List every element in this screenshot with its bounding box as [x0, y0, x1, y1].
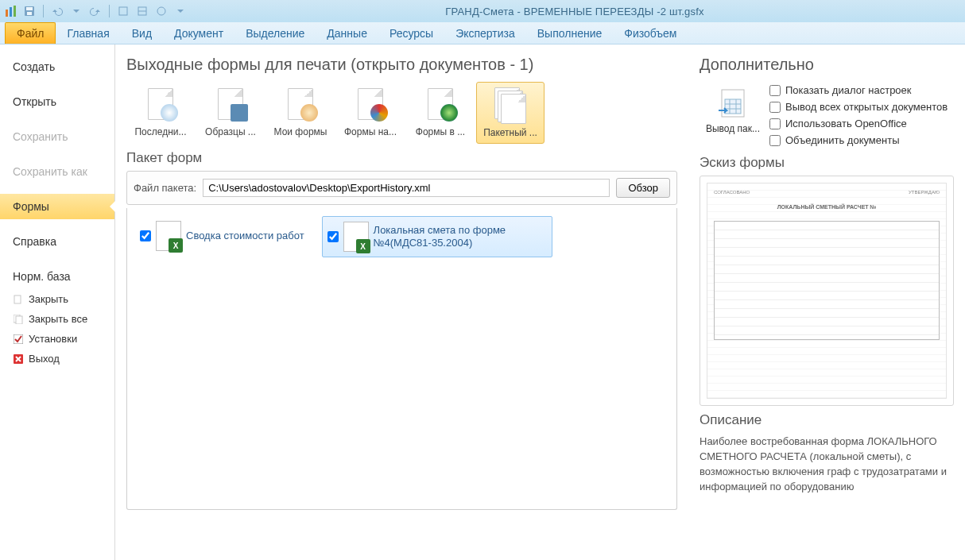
btn-forms-in[interactable]: Формы в ... [406, 82, 475, 144]
pack-file-label: Файл пакета: [134, 182, 196, 194]
opt-merge[interactable]: Объединить документы [769, 132, 954, 149]
exit-icon [13, 353, 24, 365]
desc-heading: Описание [700, 412, 954, 428]
svg-rect-0 [6, 10, 8, 17]
pack-file-row: Файл пакета: Обзор [126, 171, 677, 205]
sidebar-close: Закрыть [0, 289, 114, 309]
backstage-sidebar: Создать Открыть Сохранить Сохранить как … [0, 44, 115, 560]
app-logo-icon [3, 3, 19, 19]
browse-button[interactable]: Обзор [616, 178, 670, 198]
qat-item-b-icon[interactable] [135, 4, 149, 18]
tab-expertise[interactable]: Экспертиза [444, 22, 526, 44]
excel-doc-icon: X [156, 221, 181, 251]
qat-dropdown-icon[interactable] [69, 4, 83, 18]
svg-point-9 [157, 7, 165, 15]
tab-data[interactable]: Данные [316, 22, 378, 44]
side-heading: Дополнительно [700, 56, 954, 74]
svg-rect-6 [119, 7, 127, 15]
btn-forms-on[interactable]: Формы на... [336, 82, 405, 144]
qat-redo-icon[interactable] [88, 4, 103, 18]
sidebar-help[interactable]: Справка [0, 229, 114, 254]
tab-home[interactable]: Главная [56, 22, 120, 44]
svg-rect-2 [14, 6, 16, 17]
desc-text: Наиболее востребованная форма ЛОКАЛЬНОГО… [700, 434, 954, 494]
clock-icon [161, 104, 178, 122]
sidebar-normbase[interactable]: Норм. база [0, 264, 114, 289]
export-batch-button[interactable]: Вывод пак... [700, 82, 766, 149]
form-item-summary[interactable]: X Сводка стоимости работ [135, 216, 309, 256]
ribbon-tabs: Файл Главная Вид Документ Выделение Данн… [0, 22, 965, 44]
opt-openoffice[interactable]: Использовать OpenOffice [769, 115, 954, 132]
pack-heading: Пакет форм [126, 150, 677, 166]
checkbox-icon [13, 334, 24, 345]
excel-doc-icon: X [343, 222, 369, 252]
sidebar-save-as: Сохранить как [0, 159, 114, 184]
sidebar-forms[interactable]: Формы [0, 194, 114, 219]
tab-document[interactable]: Документ [163, 22, 234, 44]
tab-selection[interactable]: Выделение [234, 22, 316, 44]
btn-my-forms[interactable]: Мои формы [266, 82, 335, 144]
btn-batch-forms[interactable]: Пакетный ... [476, 82, 545, 144]
svg-rect-4 [26, 7, 33, 10]
tab-resources[interactable]: Ресурсы [378, 22, 444, 44]
stack-icon [501, 94, 526, 124]
svg-rect-1 [10, 7, 12, 17]
tab-view[interactable]: Вид [121, 22, 163, 44]
form-item-checkbox[interactable] [140, 230, 151, 241]
qat-undo-icon[interactable] [50, 4, 64, 18]
sidebar-open[interactable]: Открыть [0, 89, 114, 114]
btn-recent-forms[interactable]: Последни... [126, 82, 195, 144]
form-source-row: Последни... Образцы ... Мои формы Формы … [126, 82, 677, 144]
qat-item-a-icon[interactable] [116, 4, 130, 18]
svg-rect-16 [725, 99, 741, 114]
tab-execution[interactable]: Выполнение [526, 22, 613, 44]
form-item-local-estimate[interactable]: X Локальная смета по форме №4(МДС81-35.2… [322, 216, 552, 257]
sidebar-close-all: Закрыть все [0, 309, 114, 329]
sidebar-settings[interactable]: Установки [0, 329, 114, 349]
title-bar: ГРАНД-Смета - ВРЕМЕННЫЕ ПЕРЕЕЗДЫ -2 шт.g… [0, 0, 965, 22]
pack-file-input[interactable] [203, 179, 610, 197]
qat-item-c-icon[interactable] [154, 4, 169, 18]
monitor-icon [231, 104, 248, 122]
svg-rect-10 [14, 295, 21, 303]
main-heading: Выходные формы для печати (открыто докум… [126, 56, 677, 74]
tab-physvolume[interactable]: Физобъем [613, 22, 688, 44]
chart-icon [370, 104, 388, 122]
form-list: X Сводка стоимости работ X Локальная сме… [126, 208, 677, 510]
svg-rect-12 [16, 316, 22, 324]
opt-show-dialog[interactable]: Показать диалог настроек [769, 82, 954, 98]
svg-rect-5 [27, 12, 32, 15]
person-icon [300, 104, 318, 122]
sidebar-save: Сохранить [0, 124, 114, 149]
form-preview: СОГЛАСОВАНОУТВЕРЖДАЮ ЛОКАЛЬНЫЙ СМЕТНЫЙ Р… [700, 176, 954, 406]
qat-menu-dropdown-icon[interactable] [173, 4, 188, 18]
sidebar-create[interactable]: Создать [0, 54, 114, 79]
form-item-checkbox[interactable] [327, 231, 339, 242]
window-title: ГРАНД-Смета - ВРЕМЕННЫЕ ПЕРЕЕЗДЫ -2 шт.g… [188, 6, 962, 17]
tab-file[interactable]: Файл [5, 22, 56, 44]
sidebar-exit[interactable]: Выход [0, 349, 114, 369]
close-doc-icon [13, 294, 24, 305]
btn-sample-forms[interactable]: Образцы ... [196, 82, 265, 144]
qat-save-icon[interactable] [22, 4, 37, 18]
opt-all-open[interactable]: Вывод всех открытых документов [769, 98, 954, 115]
sketch-heading: Эскиз формы [700, 155, 954, 171]
close-all-icon [13, 314, 24, 325]
quick-access-toolbar [22, 4, 188, 18]
globe-icon [440, 104, 458, 122]
